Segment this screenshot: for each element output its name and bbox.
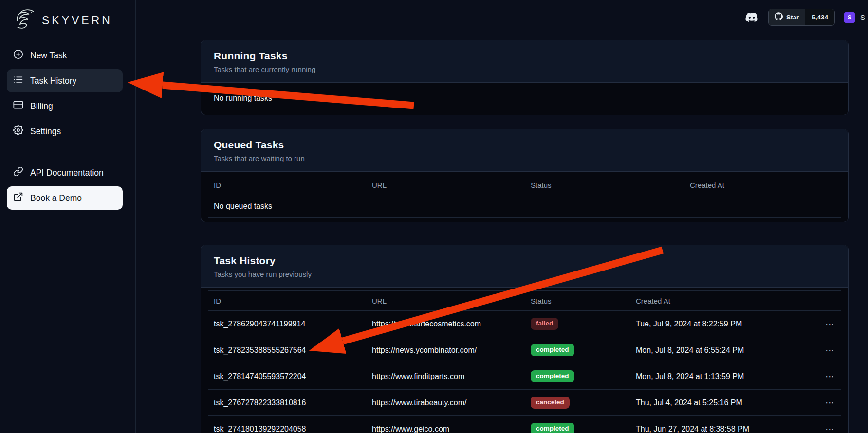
column-header-created-at: Created At <box>684 181 841 189</box>
queued-tasks-empty-state: No queued tasks <box>208 195 841 217</box>
table-row[interactable]: tsk_274180139292204058 https://www.geico… <box>208 416 841 433</box>
brand-name: SKYVERN <box>42 14 112 27</box>
card-title: Running Tasks <box>214 50 835 62</box>
table-row[interactable]: tsk_278629043741199914 https://www.tarte… <box>208 311 841 337</box>
queued-tasks-card: Queued Tasks Tasks that are waiting to r… <box>201 129 849 222</box>
sidebar-item-label: Settings <box>30 126 61 137</box>
sidebar-item-task-history[interactable]: Task History <box>7 69 123 92</box>
status-badge: completed <box>531 344 574 356</box>
card-title: Queued Tasks <box>214 139 835 151</box>
status-badge: completed <box>531 423 574 433</box>
actions-cell: ⋯ <box>815 372 841 381</box>
table-header-row: ID URL Status Created At <box>208 175 841 195</box>
task-history-header: Task History Tasks you have run previous… <box>201 245 848 288</box>
table-row[interactable]: tsk_278235388555267564 https://news.ycom… <box>208 337 841 363</box>
discord-icon[interactable] <box>744 11 759 23</box>
table-row[interactable]: tsk_278147405593572204 https://www.findi… <box>208 363 841 390</box>
task-created-at: Thu, Jun 27, 2024 at 8:38:58 PM <box>630 425 815 433</box>
sidebar: SKYVERN New Task Task History <box>0 0 136 433</box>
queued-tasks-table: ID URL Status Created At No queued tasks <box>208 175 841 218</box>
task-history-table: ID URL Status Created At tsk_27862904374… <box>208 290 841 433</box>
status-badge: canceled <box>531 397 570 408</box>
task-url: https://www.tartecosmetics.com <box>366 320 525 328</box>
task-history-card: Task History Tasks you have run previous… <box>201 245 849 433</box>
sidebar-nav: New Task Task History Billing <box>7 44 123 210</box>
row-actions-button[interactable]: ⋯ <box>825 345 834 355</box>
book-a-demo-button[interactable]: Book a Demo <box>7 186 123 210</box>
task-created-at: Thu, Jul 4, 2024 at 5:25:16 PM <box>630 398 815 407</box>
column-header-created-at: Created At <box>630 297 815 305</box>
row-actions-button[interactable]: ⋯ <box>825 372 834 381</box>
task-id: tsk_278629043741199914 <box>208 320 366 328</box>
task-created-at: Mon, Jul 8, 2024 at 1:13:59 PM <box>630 372 815 381</box>
task-url: https://www.tirabeauty.com/ <box>366 398 525 407</box>
sidebar-item-api-documentation[interactable]: API Documentation <box>7 161 123 184</box>
row-actions-button[interactable]: ⋯ <box>825 424 834 433</box>
task-id: tsk_278147405593572204 <box>208 372 366 381</box>
github-star-count[interactable]: 5,434 <box>805 9 834 25</box>
user-name-partial: S <box>860 13 865 21</box>
skyvern-logo-icon <box>14 8 37 33</box>
link-icon <box>13 166 23 179</box>
github-star-button[interactable]: Star <box>769 9 805 25</box>
gear-icon <box>13 125 23 138</box>
table-header-row: ID URL Status Created At <box>208 291 841 311</box>
task-id: tsk_276727822333810816 <box>208 398 366 407</box>
column-header-status: Status <box>525 297 630 305</box>
task-created-at: Mon, Jul 8, 2024 at 6:55:24 PM <box>630 346 815 355</box>
column-header-url: URL <box>366 297 525 305</box>
sidebar-item-label: Billing <box>30 101 53 111</box>
actions-cell: ⋯ <box>815 345 841 355</box>
queued-tasks-header: Queued Tasks Tasks that are waiting to r… <box>201 129 848 172</box>
status-cell: completed <box>525 370 630 382</box>
user-avatar[interactable]: S <box>844 12 855 23</box>
running-tasks-card: Running Tasks Tasks that are currently r… <box>201 40 849 115</box>
sidebar-item-new-task[interactable]: New Task <box>7 44 123 67</box>
queued-tasks-empty-row: No queued tasks <box>208 195 841 218</box>
row-actions-button[interactable]: ⋯ <box>825 319 834 328</box>
github-star-label: Star <box>786 14 799 21</box>
status-cell: canceled <box>525 397 630 408</box>
brand: SKYVERN <box>14 7 123 34</box>
task-id: tsk_274180139292204058 <box>208 425 366 433</box>
status-cell: failed <box>525 318 630 329</box>
column-header-status: Status <box>525 181 684 189</box>
table-row[interactable]: tsk_276727822333810816 https://www.tirab… <box>208 390 841 416</box>
column-header-url: URL <box>366 181 525 189</box>
skyvern-app: SKYVERN New Task Task History <box>0 0 868 433</box>
row-actions-button[interactable]: ⋯ <box>825 398 834 407</box>
status-badge: failed <box>531 318 558 329</box>
status-cell: completed <box>525 423 630 433</box>
sidebar-item-settings[interactable]: Settings <box>7 120 123 143</box>
running-tasks-empty-state: No running tasks <box>208 86 841 111</box>
card-subtitle: Tasks that are waiting to run <box>214 154 835 162</box>
card-subtitle: Tasks you have run previously <box>214 270 835 278</box>
credit-card-icon <box>13 100 23 112</box>
sidebar-item-label: New Task <box>30 51 67 61</box>
task-url: https://www.finditparts.com <box>366 372 525 381</box>
task-created-at: Tue, Jul 9, 2024 at 8:22:59 PM <box>630 320 815 328</box>
column-header-id: ID <box>208 181 366 189</box>
actions-cell: ⋯ <box>815 398 841 408</box>
actions-cell: ⋯ <box>815 319 841 329</box>
github-icon <box>775 12 783 22</box>
status-cell: completed <box>525 344 630 356</box>
sidebar-item-label: Book a Demo <box>30 193 82 203</box>
sidebar-item-label: API Documentation <box>30 168 104 178</box>
running-tasks-header: Running Tasks Tasks that are currently r… <box>201 40 848 83</box>
sidebar-divider <box>7 152 123 152</box>
task-url: https://news.ycombinator.com/ <box>366 346 525 355</box>
task-url: https://www.geico.com <box>366 425 525 433</box>
topbar: Star 5,434 S S <box>744 9 865 26</box>
task-id: tsk_278235388555267564 <box>208 346 366 355</box>
actions-cell: ⋯ <box>815 424 841 433</box>
main-content: Star 5,434 S S Running Tasks Tasks that … <box>136 0 868 433</box>
github-star-widget[interactable]: Star 5,434 <box>768 9 835 26</box>
external-link-icon <box>13 192 23 204</box>
column-header-id: ID <box>208 297 366 305</box>
plus-circle-icon <box>13 49 23 62</box>
card-subtitle: Tasks that are currently running <box>214 65 835 73</box>
list-icon <box>13 74 23 87</box>
card-title: Task History <box>214 255 835 267</box>
sidebar-item-billing[interactable]: Billing <box>7 94 123 118</box>
